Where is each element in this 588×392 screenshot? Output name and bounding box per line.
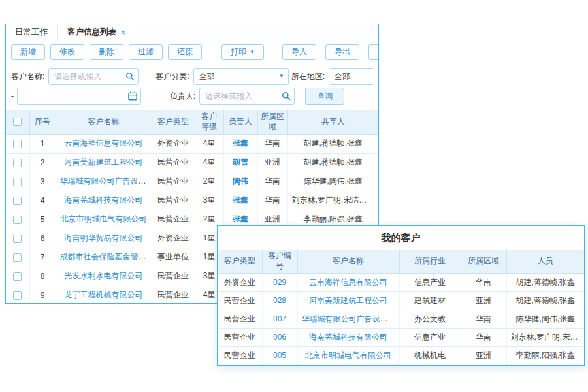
delete-button[interactable]: 删除 xyxy=(90,44,123,60)
filter-row-2: - 负责人: 查询 xyxy=(11,86,373,106)
row-checkbox[interactable] xyxy=(13,178,22,186)
customer-grade: 3星 xyxy=(195,191,223,210)
customer-type: 外资企业 xyxy=(152,229,195,248)
row-checkbox[interactable] xyxy=(13,216,22,224)
select-all-checkbox[interactable] xyxy=(13,118,22,126)
import-button[interactable]: 导入 xyxy=(282,44,316,60)
table-row[interactable]: 民营企业 006 海南芜城科技有限公司 信息产业 华南 刘东林,罗广明,宋洁然.… xyxy=(218,328,584,346)
customer-name-link[interactable]: 海南芜城科技有限公司 xyxy=(309,333,387,342)
filter-row-1: 客户名称: 客户分类: 全部 ▼ 所在地区: 全部 ▼ xyxy=(11,67,373,86)
table-row[interactable]: 民营企业 028 河南美新建筑工程公司 建筑建材 亚洲 胡建,蒋德帧,张鑫 xyxy=(218,291,584,310)
owner-link[interactable]: 胡雪 xyxy=(233,157,248,167)
people: 陈华健,陶伟,张鑫 xyxy=(506,310,584,328)
customer-name-link[interactable]: 云南海祥信息有限公司 xyxy=(65,139,143,148)
print-button[interactable]: 打印 ▼ xyxy=(221,44,264,60)
region: 华南 xyxy=(257,134,287,153)
row-index: 8 xyxy=(29,267,56,286)
col-header-region: 所属区域 xyxy=(257,110,287,134)
row-checkbox[interactable] xyxy=(13,197,22,205)
customer-type: 外资企业 xyxy=(152,134,195,153)
people: 李勤丽,阳强,张鑫 xyxy=(506,346,584,365)
customer-code-link[interactable]: 006 xyxy=(273,333,286,342)
col-header-region: 所属区域 xyxy=(461,250,506,273)
industry: 办公文教 xyxy=(399,310,461,328)
customer-name-link[interactable]: 河南美新建筑工程公司 xyxy=(309,296,387,305)
modify-button[interactable]: 修改 xyxy=(50,44,84,60)
caret-down-icon: ▼ xyxy=(250,49,255,55)
owner-link[interactable]: 陶伟 xyxy=(233,176,248,186)
query-button[interactable]: 查询 xyxy=(305,88,344,105)
customer-name-link[interactable]: 龙宇工程机械有限公司 xyxy=(65,290,143,299)
customer-name-link[interactable]: 海南芜城科技有限公司 xyxy=(65,195,143,204)
table-row[interactable]: 外资企业 029 云南海祥信息有限公司 信息产业 华南 胡建,蒋德帧,张鑫 xyxy=(218,273,584,291)
customer-name-link[interactable]: 华瑞城有限公司广告设计部 xyxy=(60,176,152,186)
district-value: 全部 xyxy=(335,72,350,81)
customer-name-label: 客户名称: xyxy=(11,71,44,82)
row-index: 3 xyxy=(29,172,56,191)
owner-input[interactable] xyxy=(199,88,295,105)
export-button[interactable]: 导出 xyxy=(325,44,359,60)
table-row[interactable]: 4 海南芜城科技有限公司 民营企业 3星 张鑫 华南 刘东林,罗广明,宋洁然,张… xyxy=(6,191,378,210)
region: 华南 xyxy=(461,328,506,346)
customer-code-link[interactable]: 028 xyxy=(273,296,286,305)
customer-name-link[interactable]: 光发水利水电有限公司 xyxy=(65,271,143,280)
row-checkbox[interactable] xyxy=(13,140,22,148)
tab-customer-list[interactable]: 客户信息列表 × xyxy=(57,24,135,41)
customer-code-link[interactable]: 005 xyxy=(273,351,286,360)
owner-link[interactable]: 张鑫 xyxy=(233,139,248,148)
row-checkbox[interactable] xyxy=(13,235,22,243)
table-row[interactable]: 民营企业 007 华瑞城有限公司广告设计部 办公文教 华南 陈华健,陶伟,张鑫 xyxy=(218,310,584,328)
district-select[interactable]: 全部 ▼ xyxy=(329,68,373,85)
filter-button[interactable]: 过滤 xyxy=(129,44,163,60)
col-header-shared: 共享人 xyxy=(287,110,378,134)
tab-daily-work[interactable]: 日常工作 xyxy=(6,24,57,41)
owner-link[interactable]: 张鑫 xyxy=(233,214,248,223)
row-checkbox[interactable] xyxy=(13,159,22,167)
customer-name-link[interactable]: 北京市明城电气有限公司 xyxy=(61,214,147,223)
row-index: 2 xyxy=(29,153,56,172)
table-header-row: 客户类型 客户编号 客户名称 所属行业 所属区域 人员 xyxy=(218,250,584,273)
customer-name-link[interactable]: 成都市社会保险基金管理... xyxy=(60,252,152,261)
search-icon[interactable] xyxy=(125,72,135,81)
row-checkbox[interactable] xyxy=(13,253,22,262)
add-button[interactable]: 新增 xyxy=(11,44,45,60)
close-tab-icon[interactable]: × xyxy=(121,28,125,37)
search-icon[interactable] xyxy=(282,91,291,101)
customer-code-link[interactable]: 029 xyxy=(273,278,286,287)
customer-grade: 4星 xyxy=(195,153,223,172)
row-checkbox[interactable] xyxy=(13,272,22,281)
table-row[interactable]: 民营企业 005 北京市明城电气有限公司 机械机电 亚洲 李勤丽,阳强,张鑫 xyxy=(218,346,584,365)
desktop: 日常工作 客户信息列表 × 新增 修改 删除 过滤 还原 打印 ▼ 导入 导出 … xyxy=(0,0,588,392)
customer-name-link[interactable]: 海南明华贸易有限公司 xyxy=(65,233,143,242)
customer-name-link[interactable]: 云南海祥信息有限公司 xyxy=(309,278,387,287)
region: 华南 xyxy=(257,191,287,210)
tab-bar: 日常工作 客户信息列表 × xyxy=(6,24,378,41)
panel-title: 我的客户 xyxy=(218,226,584,250)
row-checkbox[interactable] xyxy=(13,291,22,300)
industry: 信息产业 xyxy=(399,328,461,346)
date-input[interactable] xyxy=(17,88,141,105)
table-row[interactable]: 1 云南海祥信息有限公司 外资企业 4星 张鑫 华南 胡建,蒋德帧,张鑫 xyxy=(6,134,378,153)
table-row[interactable]: 3 华瑞城有限公司广告设计部 民营企业 2星 陶伟 华南 陈华健,陶伟,张鑫 xyxy=(6,172,378,191)
customer-type: 民营企业 xyxy=(218,328,262,346)
customer-name-link[interactable]: 北京市明城电气有限公司 xyxy=(305,351,391,360)
industry: 建筑建材 xyxy=(399,291,461,310)
customer-name-link[interactable]: 华瑞城有限公司广告设计部 xyxy=(302,314,396,323)
customer-type: 民营企业 xyxy=(152,267,195,286)
customer-type: 外资企业 xyxy=(218,273,262,291)
shared-people: 胡建,蒋德帧,张鑫 xyxy=(287,153,378,172)
customer-type: 民营企业 xyxy=(152,172,195,191)
people: 胡建,蒋德帧,张鑫 xyxy=(506,291,584,310)
table-row[interactable]: 2 河南美新建筑工程公司 民营企业 4星 胡雪 亚洲 胡建,蒋德帧,张鑫 xyxy=(6,153,378,172)
view-log-button[interactable]: 查看日志 xyxy=(368,44,379,60)
customer-category-select[interactable]: 全部 ▼ xyxy=(193,68,289,85)
tab-label: 日常工作 xyxy=(15,27,48,38)
calendar-icon[interactable] xyxy=(128,91,137,101)
customer-type: 民营企业 xyxy=(152,153,195,172)
caret-down-icon: ▼ xyxy=(279,69,284,84)
owner-link[interactable]: 张鑫 xyxy=(233,195,248,204)
restore-button[interactable]: 还原 xyxy=(168,44,202,60)
customer-name-link[interactable]: 河南美新建筑工程公司 xyxy=(65,157,143,167)
owner-label: 负责人: xyxy=(170,91,195,102)
customer-code-link[interactable]: 007 xyxy=(273,314,286,323)
